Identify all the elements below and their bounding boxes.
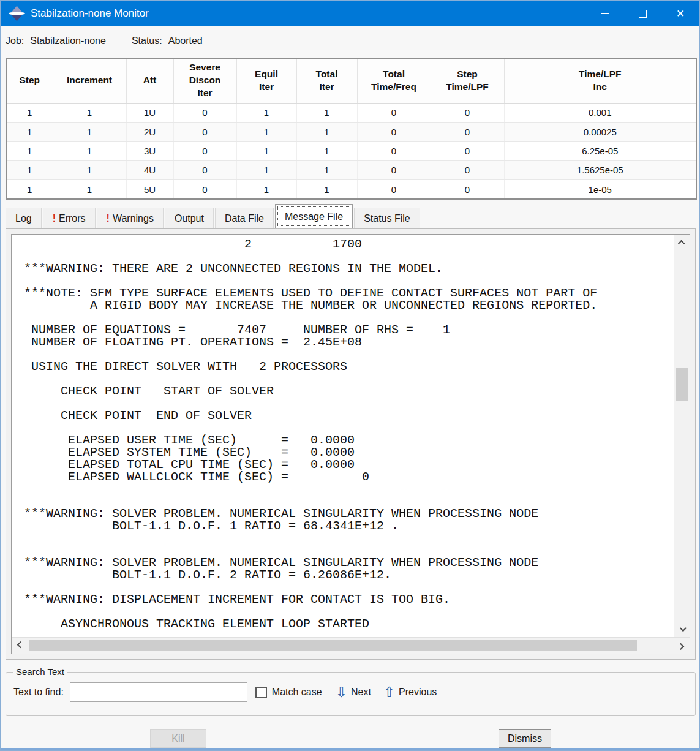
message-text[interactable]: 2 1700 ***WARNING: THERE ARE 2 UNCONNECT… (12, 235, 672, 636)
maximize-button[interactable] (623, 1, 661, 26)
previous-label: Previous (399, 687, 437, 698)
tab-label: Status File (364, 213, 410, 224)
next-label: Next (351, 687, 371, 698)
table-cell: 1 (6, 180, 53, 199)
table-cell: 1 (296, 142, 357, 160)
column-header: Step Time/LPF (431, 58, 504, 103)
table-cell: 0 (173, 180, 236, 199)
table-cell: 0 (357, 122, 431, 141)
table-cell: 0 (173, 160, 236, 179)
increment-table: StepIncrementAttSevere Discon IterEquil … (6, 58, 697, 200)
table-cell: 0 (357, 160, 431, 179)
kill-button[interactable]: Kill (150, 729, 206, 748)
alert-icon: ! (53, 213, 56, 224)
table-cell: 0 (357, 103, 431, 122)
table-row: 112U011000.00025 (6, 122, 696, 141)
chevron-right-icon (677, 643, 684, 650)
column-header: Total Time/Freq (357, 58, 431, 103)
search-group-label: Search Text (13, 666, 67, 677)
search-row: Text to find: Match case ⇩ Next ⇧ Previo… (13, 682, 688, 702)
table-cell: 1 (296, 180, 357, 199)
table-cell: 0 (431, 122, 504, 141)
table-cell: 1 (53, 180, 126, 199)
table-row: 111U011000.001 (6, 103, 696, 122)
table-cell: 1.5625e-05 (504, 160, 696, 179)
window-bottom-border (1, 748, 699, 750)
minimize-icon (601, 13, 609, 14)
match-case-checkbox[interactable] (255, 687, 267, 698)
table-cell: 0 (431, 160, 504, 179)
table-header-row: StepIncrementAttSevere Discon IterEquil … (6, 58, 696, 103)
match-case-label: Match case (272, 687, 322, 698)
horizontal-scroll-thumb[interactable] (29, 640, 637, 651)
vertical-scrollbar[interactable] (674, 235, 690, 637)
tab-label: Message File (285, 211, 343, 222)
table-cell: 1 (53, 122, 126, 141)
maximize-icon (639, 10, 647, 18)
close-icon: ✕ (676, 9, 685, 19)
tab-message-file[interactable]: Message File (275, 204, 353, 228)
horizontal-scrollbar[interactable] (12, 637, 690, 654)
tab-status-file[interactable]: Status File (354, 208, 420, 228)
table-cell: 0 (357, 142, 431, 160)
table-cell: 0 (431, 180, 504, 199)
table-cell: 2U (126, 122, 173, 141)
message-file-panel: 2 1700 ***WARNING: THERE ARE 2 UNCONNECT… (6, 228, 696, 660)
scroll-left-button[interactable] (12, 638, 28, 654)
column-header: Att (126, 58, 173, 103)
chevron-down-icon (680, 625, 687, 632)
table-cell: 1 (53, 103, 126, 122)
find-next-button[interactable]: ⇩ Next (336, 685, 371, 700)
table-cell: 1 (53, 160, 126, 179)
table-cell: 1 (6, 142, 53, 160)
close-button[interactable]: ✕ (661, 1, 699, 26)
minimize-button[interactable] (585, 1, 623, 26)
table-cell: 1e-05 (504, 180, 696, 199)
table-cell: 1 (236, 160, 296, 179)
text-to-find-label: Text to find: (13, 687, 64, 698)
column-header: Severe Discon Iter (173, 58, 236, 103)
window-title: Stabilzation-none Monitor (31, 7, 149, 20)
table-cell: 1 (296, 103, 357, 122)
tab-label: Output (175, 213, 204, 224)
column-header: Equil Iter (236, 58, 296, 103)
job-status-line: Job: Stabilzation-none Status: Aborted (6, 26, 694, 56)
tab-errors[interactable]: !Errors (43, 208, 96, 228)
scroll-right-button[interactable] (674, 638, 690, 654)
table-cell: 1 (236, 122, 296, 141)
vertical-scroll-thumb[interactable] (676, 368, 688, 401)
status-value: Aborted (168, 36, 203, 47)
file-tabs: Log!Errors!WarningsOutputData FileMessag… (6, 204, 421, 228)
job-name: Stabilzation-none (30, 36, 106, 47)
tab-log[interactable]: Log (6, 208, 42, 228)
table-row: 114U011001.5625e-05 (6, 160, 696, 179)
table-cell: 1 (236, 180, 296, 199)
search-input[interactable] (70, 682, 247, 702)
table-row: 115U011001e-05 (6, 180, 696, 199)
titlebar: Stabilzation-none Monitor ✕ (1, 1, 699, 26)
table-cell: 1 (296, 122, 357, 141)
table-cell: 1 (236, 103, 296, 122)
table-cell: 0.001 (504, 103, 696, 122)
chevron-up-icon (678, 240, 685, 247)
monitor-dialog: Stabilzation-none Monitor ✕ Job: Stabilz… (0, 0, 700, 751)
table-cell: 6.25e-05 (504, 142, 696, 160)
scroll-down-button[interactable] (674, 621, 690, 637)
tab-output[interactable]: Output (165, 208, 214, 228)
column-header: Total Iter (296, 58, 357, 103)
tab-data-file[interactable]: Data File (215, 208, 274, 228)
tab-label: Warnings (113, 213, 154, 224)
alert-icon: ! (107, 213, 110, 224)
dismiss-button[interactable]: Dismiss (499, 729, 551, 748)
table-cell: 1U (126, 103, 173, 122)
table-cell: 0.00025 (504, 122, 696, 141)
tab-warnings[interactable]: !Warnings (97, 208, 164, 228)
table-row: 113U011006.25e-05 (6, 142, 696, 160)
down-arrow-icon: ⇩ (336, 685, 347, 700)
table-cell: 3U (126, 142, 173, 160)
tab-label: Errors (59, 213, 86, 224)
find-previous-button[interactable]: ⇧ Previous (383, 685, 437, 700)
message-file-viewport: 2 1700 ***WARNING: THERE ARE 2 UNCONNECT… (11, 234, 690, 654)
scroll-up-button[interactable] (674, 235, 690, 251)
column-header: Time/LPF Inc (504, 58, 696, 103)
